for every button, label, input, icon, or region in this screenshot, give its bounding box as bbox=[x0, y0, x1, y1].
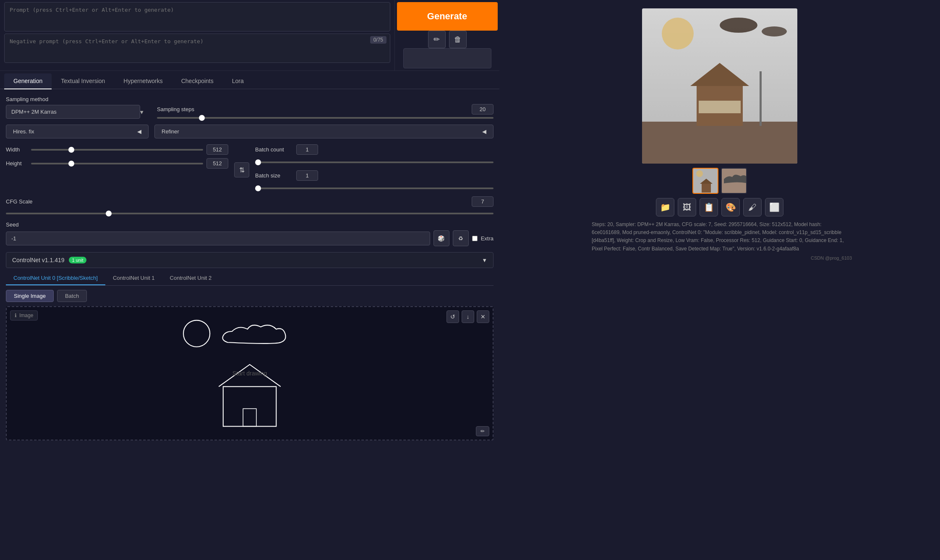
refiner-label: Refiner bbox=[162, 128, 179, 135]
width-label: Width bbox=[6, 146, 27, 153]
icon-row: ✏ 🗑 bbox=[428, 31, 467, 48]
upload-close-button[interactable]: ✕ bbox=[477, 310, 489, 323]
edit-icon: ✏ bbox=[433, 35, 440, 44]
upload-label: ℹ Image bbox=[10, 310, 38, 320]
negative-prompt-input[interactable] bbox=[5, 34, 390, 61]
recycle-button[interactable]: ♻ bbox=[453, 230, 469, 246]
watermark: CSDN @prog_6103 bbox=[588, 255, 852, 260]
seed-label: Seed bbox=[6, 221, 494, 228]
batch-count-slider[interactable] bbox=[255, 161, 494, 163]
hires-fix-arrow-icon: ◀ bbox=[137, 128, 141, 135]
header-row: 0/75 Generate ✏ 🗑 bbox=[0, 0, 499, 71]
generated-image-svg bbox=[642, 8, 797, 164]
height-slider[interactable] bbox=[31, 163, 203, 164]
refiner-arrow-icon: ◀ bbox=[482, 128, 486, 135]
recycle-icon: ♻ bbox=[458, 235, 463, 242]
action-row: 📁 🖼 📋 🎨 🖌 ⬜ bbox=[656, 198, 783, 216]
batch-size-slider[interactable] bbox=[255, 188, 494, 189]
prompt-count: 0/75 bbox=[370, 36, 386, 44]
copy-action-button[interactable]: 📋 bbox=[700, 198, 718, 216]
cn-tab-unit2[interactable]: ControlNet Unit 2 bbox=[162, 271, 219, 285]
sampling-steps-slider-container bbox=[157, 117, 494, 119]
svg-rect-19 bbox=[693, 169, 718, 194]
svg-rect-13 bbox=[642, 8, 797, 164]
tab-checkpoints[interactable]: Checkpoints bbox=[172, 73, 223, 89]
tab-textual-inversion[interactable]: Textual Inversion bbox=[52, 73, 114, 89]
right-panel: 📁 🖼 📋 🎨 🖌 ⬜ Steps: 20, Sampler: DPM++ 2M… bbox=[499, 0, 940, 560]
controls-area: Sampling method DPM++ 2M Karras ▼ Sampli… bbox=[0, 89, 499, 560]
upload-label-text: Image bbox=[19, 313, 33, 318]
trash-icon: 🗑 bbox=[454, 35, 462, 44]
sketch-tools: ✏ bbox=[476, 426, 489, 436]
controlnet-section: ControlNet v1.1.419 1 unit ▼ ControlNet … bbox=[6, 252, 494, 440]
tab-hypernetworks[interactable]: Hypernetworks bbox=[114, 73, 172, 89]
generated-image-box bbox=[642, 8, 797, 164]
upload-download-button[interactable]: ↓ bbox=[462, 310, 474, 323]
svg-rect-2 bbox=[243, 409, 256, 426]
sampling-method-wrapper: DPM++ 2M Karras ▼ bbox=[6, 105, 149, 119]
sampling-method-label: Sampling method bbox=[6, 96, 149, 102]
batch-size-value: 1 bbox=[296, 170, 318, 181]
batch-mode-button[interactable]: Batch bbox=[57, 290, 87, 302]
upload-area[interactable]: ℹ Image ↺ ↓ ✕ ✏ Start drawing bbox=[6, 306, 494, 440]
thumbnail-0[interactable] bbox=[692, 168, 718, 194]
seed-input[interactable]: -1 bbox=[6, 232, 430, 245]
svg-point-0 bbox=[183, 320, 210, 347]
folder-action-button[interactable]: 📁 bbox=[656, 198, 674, 216]
edit-icon-button[interactable]: ✏ bbox=[428, 31, 446, 48]
sampling-steps-value: 20 bbox=[472, 104, 494, 115]
width-slider[interactable] bbox=[31, 149, 203, 151]
batch-size-label: Batch size bbox=[255, 172, 293, 179]
prompt-input[interactable] bbox=[5, 3, 390, 30]
tab-generation[interactable]: Generation bbox=[4, 73, 52, 89]
batch-count-label: Batch count bbox=[255, 146, 293, 153]
pencil-tool-button[interactable]: ✏ bbox=[476, 426, 489, 436]
right-panel-inner: 📁 🖼 📋 🎨 🖌 ⬜ Steps: 20, Sampler: DPM++ 2M… bbox=[583, 4, 856, 260]
controlnet-collapse-icon: ▼ bbox=[482, 257, 487, 263]
thumbnail-row bbox=[692, 168, 747, 194]
negative-container: 0/75 bbox=[4, 34, 390, 63]
swap-dimensions-button[interactable]: ⇅ bbox=[234, 162, 249, 177]
right-buttons: Generate ✏ 🗑 bbox=[394, 0, 499, 70]
tab-lora[interactable]: Lora bbox=[223, 73, 253, 89]
controlnet-version-label: ControlNet v1.1.419 bbox=[12, 257, 65, 263]
controlnet-header[interactable]: ControlNet v1.1.419 1 unit ▼ bbox=[6, 252, 494, 268]
extra-checkbox[interactable] bbox=[472, 236, 478, 241]
refiner-button[interactable]: Refiner ◀ bbox=[154, 125, 494, 138]
single-image-button[interactable]: Single Image bbox=[6, 290, 54, 302]
upload-actions: ↺ ↓ ✕ bbox=[446, 310, 489, 323]
style-preview bbox=[403, 48, 491, 68]
sketch-canvas bbox=[7, 307, 493, 440]
image-mode-tabs: Single Image Batch bbox=[6, 290, 494, 302]
controlnet-unit-badge: 1 unit bbox=[69, 257, 87, 263]
sampling-steps-slider[interactable] bbox=[157, 117, 494, 119]
sampling-method-select[interactable]: DPM++ 2M Karras bbox=[6, 105, 140, 119]
left-panel: 0/75 Generate ✏ 🗑 Generation T bbox=[0, 0, 499, 560]
paint-action-button[interactable]: 🖌 bbox=[743, 198, 762, 216]
image-action-button[interactable]: 🖼 bbox=[678, 198, 696, 216]
cn-tab-unit0[interactable]: ControlNet Unit 0 [Scribble/Sketch] bbox=[6, 271, 105, 285]
trash-icon-button[interactable]: 🗑 bbox=[449, 31, 467, 48]
height-label: Height bbox=[6, 160, 27, 167]
palette-action-button[interactable]: 🎨 bbox=[721, 198, 740, 216]
thumbnail-1[interactable] bbox=[721, 168, 747, 194]
prompts-area: 0/75 bbox=[0, 0, 394, 70]
image-info-text: Steps: 20, Sampler: DPM++ 2M Karras, CFG… bbox=[588, 221, 852, 253]
info-section: Steps: 20, Sampler: DPM++ 2M Karras, CFG… bbox=[583, 216, 856, 260]
sampling-steps-label: Sampling steps bbox=[157, 106, 207, 112]
hires-fix-button[interactable]: Hires. fix ◀ bbox=[6, 125, 149, 138]
upload-info-icon: ℹ bbox=[15, 313, 17, 318]
crop-action-button[interactable]: ⬜ bbox=[765, 198, 783, 216]
prompt-container bbox=[4, 2, 390, 31]
cfg-scale-value: 7 bbox=[472, 196, 494, 207]
cfg-scale-slider[interactable] bbox=[6, 213, 494, 214]
generate-button[interactable]: Generate bbox=[397, 2, 498, 31]
dice-button[interactable]: 🎲 bbox=[433, 230, 449, 246]
upload-refresh-button[interactable]: ↺ bbox=[446, 310, 459, 323]
width-value: 512 bbox=[206, 144, 228, 155]
cn-tab-unit1[interactable]: ControlNet Unit 1 bbox=[105, 271, 162, 285]
svg-rect-21 bbox=[722, 169, 747, 194]
swap-icon: ⇅ bbox=[239, 166, 245, 174]
cfg-scale-label: CFG Scale bbox=[6, 198, 56, 205]
hires-fix-label: Hires. fix bbox=[13, 128, 34, 135]
